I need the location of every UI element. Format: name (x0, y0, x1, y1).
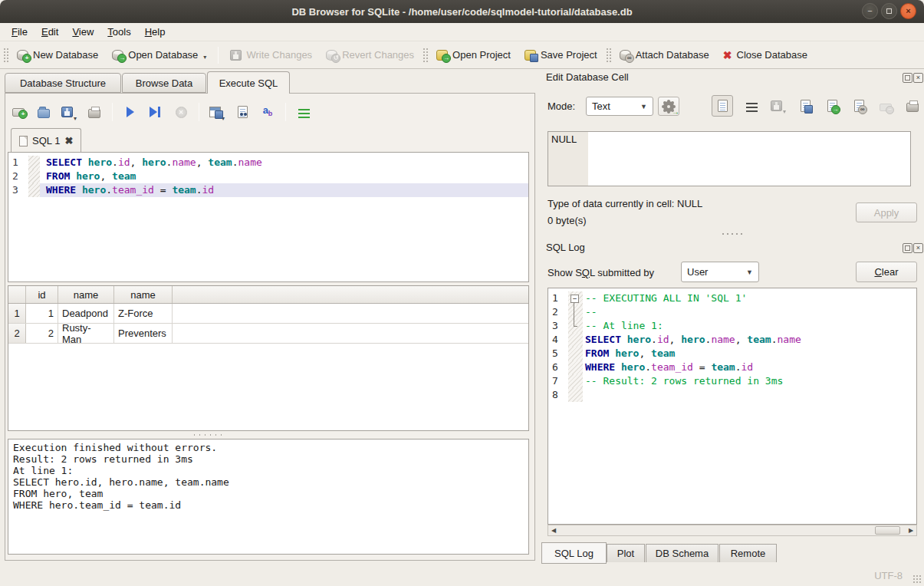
sql-editor-toolbar: ▾▾a (9, 100, 313, 124)
import-data-button[interactable]: ▾ (770, 97, 787, 115)
revert-changes-button[interactable]: Revert Changes (319, 46, 421, 64)
menu-help[interactable]: Help (138, 25, 173, 39)
dock-tab-sql-log[interactable]: SQL Log (541, 542, 607, 564)
log-filter-select[interactable]: User ▼ (681, 262, 759, 282)
editor-line: 2FROM hero, team (8, 170, 528, 183)
word-wrap-button[interactable] (294, 102, 313, 122)
fold-margin (568, 360, 583, 374)
open-database-button[interactable]: Open Database▾ (105, 46, 213, 64)
cell-value-editor[interactable]: NULL (547, 131, 911, 186)
float-panel-icon[interactable] (903, 243, 912, 253)
word-wrap-cell-button[interactable] (743, 97, 760, 115)
open-sql-file-button[interactable] (35, 102, 53, 122)
float-panel-icon[interactable] (903, 73, 912, 83)
dropdown-caret-icon[interactable]: ▾ (203, 54, 206, 61)
sql-token: name (778, 334, 801, 345)
save-as-button[interactable] (797, 97, 814, 115)
sql-token: -- Result: 2 rows returned in 3ms (585, 375, 783, 387)
minimize-button[interactable]: − (862, 3, 878, 19)
sql-token: hero (681, 334, 705, 345)
menu-file[interactable]: File (5, 25, 35, 39)
text-mode-button[interactable] (712, 95, 733, 117)
dock-splitter-handle[interactable] (721, 232, 744, 235)
line-number: 7 (548, 374, 568, 388)
tab-database-structure[interactable]: Database Structure (5, 73, 121, 93)
dock-tab-db-schema[interactable]: DB Schema (646, 544, 718, 563)
menu-tools[interactable]: Tools (100, 25, 137, 39)
menu-bar: FileEditViewToolsHelp (0, 23, 924, 41)
menu-edit[interactable]: Edit (35, 25, 65, 39)
table-cell[interactable]: Rusty-Man (58, 324, 114, 343)
sql-token: hero (142, 156, 166, 168)
execute-all-button[interactable] (121, 102, 140, 122)
resize-grip[interactable] (912, 574, 922, 584)
table-cell[interactable]: 2 (26, 324, 58, 343)
table-cell[interactable]: Preventers (114, 324, 173, 343)
log-horizontal-scrollbar[interactable]: ◀ ▶ (547, 525, 917, 536)
sql-token: team (172, 184, 196, 196)
column-header-id[interactable]: id (26, 286, 58, 303)
column-header-label: name (130, 289, 156, 301)
dock-tab-plot[interactable]: Plot (607, 544, 645, 563)
message-line: FROM hero, team (13, 488, 524, 499)
sql-editor[interactable]: 1SELECT hero.id, hero.name, team.name2FR… (8, 152, 529, 282)
column-header-name[interactable]: name (114, 286, 173, 303)
dropdown-caret-icon[interactable]: ▾ (74, 115, 77, 122)
scroll-left-arrow[interactable]: ◀ (548, 527, 559, 534)
title-bar[interactable]: DB Browser for SQLite - /home/user/code/… (0, 0, 924, 23)
stop-execution-button[interactable] (172, 102, 190, 122)
tab-execute-sql[interactable]: Execute SQL (207, 71, 290, 94)
row-header[interactable]: 2 (8, 324, 26, 343)
find-in-sql-button[interactable] (233, 102, 252, 122)
column-header-name[interactable]: name (58, 286, 114, 303)
sql-token: hero (76, 170, 100, 182)
attach-database-label: Attach Database (636, 49, 709, 61)
maximize-button[interactable] (881, 3, 897, 19)
new-database-button[interactable]: New Database (10, 46, 105, 64)
auto-apply-button[interactable] (658, 97, 679, 116)
scroll-right-arrow[interactable]: ▶ (906, 527, 916, 534)
apply-button[interactable]: Apply (856, 202, 917, 222)
save-sql-file-button[interactable]: ▾ (60, 102, 78, 122)
close-database-button[interactable]: ✖Close Database (716, 46, 814, 64)
print-cell-button[interactable] (904, 97, 921, 115)
export-results-button[interactable]: ▾ (208, 102, 226, 122)
attach-database-button[interactable]: Attach Database (613, 46, 716, 64)
export-data-button[interactable] (824, 97, 840, 115)
table-cell[interactable]: Z-Force (114, 304, 173, 323)
save-project-button[interactable]: Save Project (518, 46, 604, 64)
close-panel-icon[interactable]: × (913, 73, 923, 83)
sql-token: , (669, 334, 682, 345)
tab-browse-data[interactable]: Browse Data (122, 73, 206, 93)
execute-current-line-button[interactable] (146, 102, 165, 122)
sql-token: -- EXECUTING ALL IN 'SQL 1' (585, 292, 747, 304)
table-cell[interactable]: Deadpond (58, 304, 114, 323)
sql-tab-sql-1[interactable]: SQL 1✖ (11, 128, 81, 153)
table-cell[interactable]: 1 (26, 304, 58, 323)
scrollbar-thumb[interactable] (875, 526, 900, 535)
set-null-button[interactable] (877, 97, 894, 115)
open-external-button[interactable] (850, 97, 867, 115)
format-sql-button[interactable]: a (258, 102, 277, 122)
mode-select[interactable]: Text ▼ (586, 97, 653, 116)
write-changes-button[interactable]: Write Changes (223, 46, 319, 64)
sql-log-view[interactable]: 1-- EXECUTING ALL IN 'SQL 1'2--3-- At li… (547, 288, 917, 525)
close-button[interactable]: × (900, 3, 916, 19)
close-tab-icon[interactable]: ✖ (64, 135, 73, 146)
sql-token: FROM (585, 347, 615, 359)
close-panel-icon[interactable]: × (913, 243, 923, 253)
column-header-label: name (74, 289, 99, 301)
fold-marker-icon[interactable] (568, 291, 583, 305)
menu-view[interactable]: View (65, 25, 100, 39)
open-project-button[interactable]: Open Project (429, 46, 518, 64)
log-line: 6WHERE hero.team_id = team.id (548, 360, 916, 374)
horizontal-splitter-handle[interactable] (192, 433, 225, 436)
print-sql-button[interactable] (85, 102, 104, 122)
row-header[interactable]: 1 (8, 304, 26, 323)
dropdown-caret-icon[interactable]: ▾ (783, 108, 786, 115)
log-line-text: SELECT hero.id, hero.name, team.name (583, 333, 916, 347)
new-sql-tab-button[interactable] (9, 102, 28, 122)
clear-log-button[interactable]: Clear (856, 262, 917, 282)
sql-token: WHERE (585, 361, 621, 373)
dock-tab-remote[interactable]: Remote (719, 544, 777, 563)
